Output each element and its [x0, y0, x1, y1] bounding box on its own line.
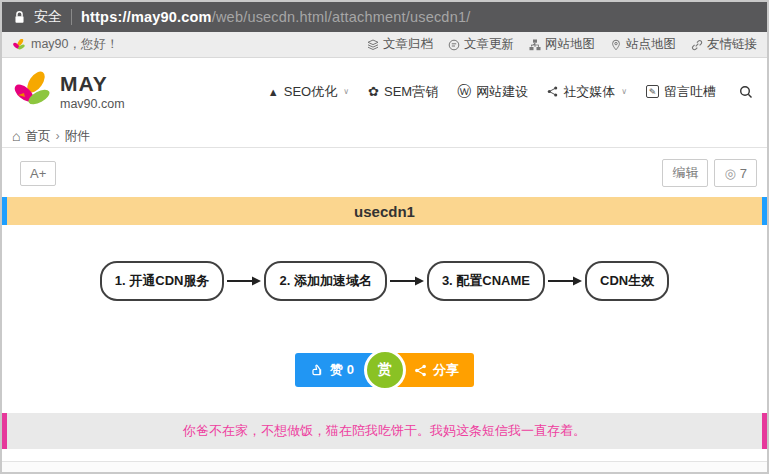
- site-logo[interactable]: MAY mav90.com: [12, 71, 125, 113]
- reward-button[interactable]: 赏: [364, 349, 406, 391]
- chevron-down-icon: ∨: [621, 87, 627, 96]
- breadcrumb-current[interactable]: 附件: [65, 128, 90, 145]
- article-title: usecdn1: [354, 203, 415, 220]
- triangle-icon: ▲: [268, 86, 279, 98]
- flow-step-2: 2. 添加加速域名: [264, 261, 386, 301]
- user-greeting: may90，您好！: [31, 36, 119, 53]
- logo-subtitle: mav90.com: [60, 97, 125, 111]
- nav-seo[interactable]: ▲ SEO优化 ∨: [268, 83, 349, 101]
- article-content: A+ 编辑 ◎ 7 usecdn1 1. 开通CDN服务 2. 添加加速域名: [2, 148, 767, 474]
- font-size-button[interactable]: A+: [20, 161, 56, 186]
- nav-message[interactable]: ✎ 留言吐槽: [646, 83, 716, 101]
- security-label: 安全: [34, 8, 62, 26]
- eye-icon: ◎: [724, 166, 735, 181]
- search-button[interactable]: [739, 85, 753, 99]
- url-field[interactable]: https://may90.com/web/usecdn.html/attach…: [81, 9, 470, 25]
- sitemap-icon: [529, 39, 541, 51]
- quote-text: 你爸不在家，不想做饭，猫在陪我吃饼干。我妈这条短信我一直存着。: [183, 423, 586, 438]
- share-nodes-icon: [414, 364, 427, 377]
- link-article-archive[interactable]: 文章归档: [367, 36, 433, 53]
- nav-website[interactable]: Ⓦ 网站建设: [457, 83, 528, 101]
- edit-note-icon: ✎: [646, 85, 659, 98]
- link-sitemap[interactable]: 网站地图: [529, 36, 595, 53]
- article-title-bar: usecdn1: [2, 197, 767, 225]
- user-bar: may90，您好！ 文章归档 文章更新 网站地图: [2, 32, 767, 58]
- lock-icon: [14, 10, 25, 24]
- gear-icon: ✿: [368, 84, 379, 99]
- views-count: 7: [740, 166, 747, 181]
- address-bar: 安全 https://may90.com/web/usecdn.html/att…: [2, 2, 767, 32]
- nav-sem[interactable]: ✿ SEM营销: [368, 83, 438, 101]
- link-friend-links[interactable]: 友情链接: [691, 36, 757, 53]
- thumbs-up-icon: [310, 363, 324, 377]
- home-icon: ⌂: [12, 128, 20, 144]
- edit-button[interactable]: 编辑: [662, 159, 708, 187]
- quote-banner: 你爸不在家，不想做饭，猫在陪我吃饼干。我妈这条短信我一直存着。: [2, 413, 767, 449]
- link-site-map[interactable]: 站点地图: [610, 36, 676, 53]
- archive-layers-icon: [367, 39, 379, 51]
- browser-window: 安全 https://may90.com/web/usecdn.html/att…: [0, 0, 769, 474]
- map-pin-icon: [610, 39, 622, 51]
- share-label: 分享: [433, 361, 459, 379]
- flow-step-3: 3. 配置CNAME: [427, 261, 545, 301]
- url-host: https://may90.com: [81, 9, 212, 25]
- views-counter[interactable]: ◎ 7: [714, 159, 757, 187]
- wordpress-icon: Ⓦ: [457, 83, 471, 101]
- article-toolbar: A+ 编辑 ◎ 7: [2, 148, 767, 197]
- update-icon: [448, 39, 460, 51]
- share-nodes-icon: [547, 86, 558, 97]
- action-bar: 赞 0 赏 分享: [2, 349, 767, 391]
- link-article-update[interactable]: 文章更新: [448, 36, 514, 53]
- search-icon: [739, 85, 753, 99]
- breadcrumb-separator: ›: [55, 129, 59, 143]
- logo-title: MAY: [60, 72, 125, 95]
- flow-step-4: CDN生效: [585, 261, 669, 301]
- arrow-right-icon: [547, 275, 583, 287]
- site-logo-small-icon: [12, 39, 26, 51]
- arrow-right-icon: [389, 275, 425, 287]
- address-divider: [71, 9, 72, 25]
- flowchart-image: 1. 开通CDN服务 2. 添加加速域名 3. 配置CNAME CDN生效: [2, 225, 767, 331]
- flow-step-1: 1. 开通CDN服务: [100, 261, 225, 301]
- meta-bar: 上传日期：2018年08月01日: [2, 461, 767, 474]
- site-header: MAY mav90.com ▲ SEO优化 ∨ ✿ SEM营销 Ⓦ 网站建设: [2, 58, 767, 125]
- chain-link-icon: [691, 39, 703, 51]
- main-nav: ▲ SEO优化 ∨ ✿ SEM营销 Ⓦ 网站建设 社交媒体 ∨ ✎ 留: [268, 83, 753, 101]
- bird-logo-icon: [12, 71, 52, 113]
- url-path: /web/usecdn.html/attachment/usecdn1/: [212, 9, 471, 25]
- arrow-right-icon: [226, 275, 262, 287]
- like-label: 赞 0: [330, 361, 354, 379]
- user-bar-links: 文章归档 文章更新 网站地图 站点地图: [367, 36, 757, 53]
- breadcrumb-home[interactable]: 首页: [25, 128, 50, 145]
- chevron-down-icon: ∨: [343, 87, 349, 96]
- nav-social[interactable]: 社交媒体 ∨: [547, 83, 627, 101]
- breadcrumb: ⌂ 首页 › 附件: [2, 125, 767, 148]
